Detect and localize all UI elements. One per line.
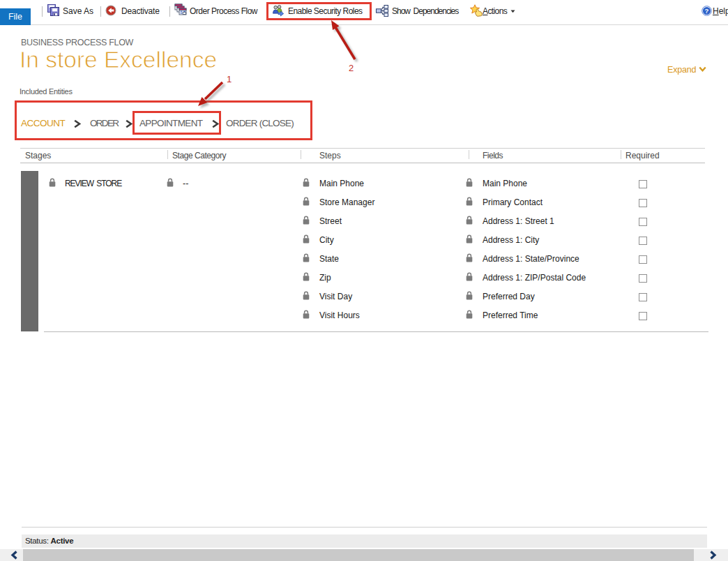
svg-text:?: ? (705, 7, 709, 15)
